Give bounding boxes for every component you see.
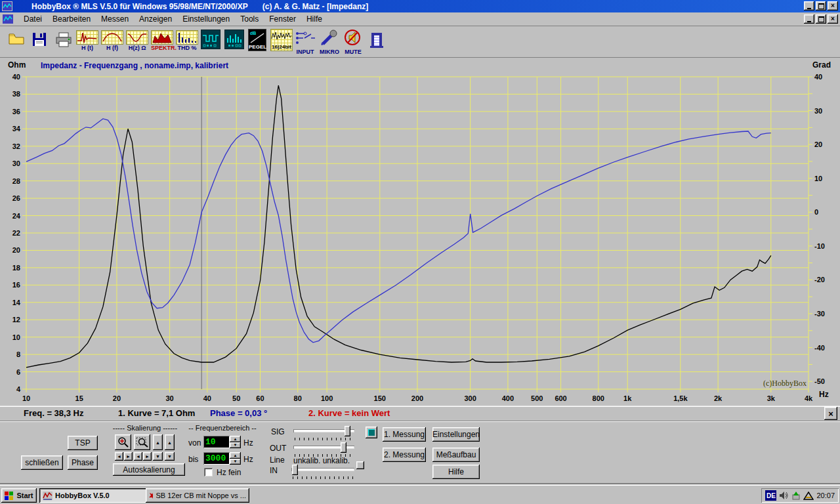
volume-icon[interactable] bbox=[779, 491, 789, 500]
child-minimize-button[interactable] bbox=[804, 14, 814, 24]
out-slider[interactable] bbox=[293, 442, 354, 457]
hilfe-button[interactable]: Hilfe bbox=[432, 465, 480, 479]
skalierung-group-label: ----- Skalierung ------ bbox=[105, 424, 185, 432]
von-spinner[interactable]: ▲ ▼ bbox=[230, 436, 241, 448]
line-in-aux-box[interactable] bbox=[356, 461, 364, 469]
svg-text:40: 40 bbox=[814, 73, 822, 81]
phase-button[interactable]: Phase bbox=[68, 455, 98, 470]
tsp-button[interactable]: TSP bbox=[68, 436, 98, 450]
task-hobbybox[interactable]: HobbyBox V.5.0 bbox=[39, 488, 147, 503]
scale-down-left-button[interactable]: ▼ bbox=[153, 452, 163, 461]
einstellungen-button[interactable]: Einstellungen bbox=[432, 427, 480, 442]
line-in-slider-thumb[interactable] bbox=[292, 465, 298, 475]
status-close-button[interactable]: × bbox=[824, 407, 837, 420]
svg-text:300: 300 bbox=[464, 394, 476, 402]
menu-tools[interactable]: Tools bbox=[235, 13, 264, 25]
sig-slider[interactable] bbox=[293, 426, 354, 440]
svg-text:0: 0 bbox=[814, 208, 818, 216]
svg-text:(c)HobbyBox: (c)HobbyBox bbox=[763, 379, 807, 388]
bit-depth-icon[interactable]: 16|24bit bbox=[270, 29, 293, 51]
svg-text:1k: 1k bbox=[623, 394, 632, 402]
svg-text:8: 8 bbox=[16, 350, 20, 358]
bis-spin-up[interactable]: ▲ bbox=[230, 452, 241, 459]
pan-right-1-button[interactable]: ► bbox=[124, 452, 133, 461]
menu-einstellungen[interactable]: Einstellungen bbox=[177, 13, 235, 25]
pan-left-1-button[interactable]: ◄ bbox=[115, 452, 123, 461]
scale-down-right-button[interactable]: ▼ bbox=[165, 452, 175, 461]
save-icon[interactable] bbox=[32, 32, 47, 50]
window-title: HobbyBox ® MLS V.5.0 für Windows 95/98/M… bbox=[32, 2, 248, 11]
title-bar: HobbyBox ® MLS V.5.0 für Windows 95/98/M… bbox=[0, 0, 840, 12]
hobbybox-app-window: { "window": { "title_left": "HobbyBox ® … bbox=[0, 0, 840, 504]
toolbar-h-t-icon[interactable]: H (t) bbox=[76, 30, 98, 51]
scale-up-right-button[interactable]: ▲ bbox=[165, 434, 175, 450]
svg-text:-40: -40 bbox=[814, 344, 825, 352]
hz-fein-checkbox[interactable] bbox=[204, 468, 213, 476]
mikro-icon[interactable]: MIKRO bbox=[319, 29, 340, 55]
windows-logo-icon bbox=[5, 492, 14, 500]
svg-text:800: 800 bbox=[593, 394, 604, 402]
zoom-select-button[interactable] bbox=[134, 434, 150, 450]
impedance-phase-chart[interactable]: 4681012141618202224262830323436384040302… bbox=[0, 58, 840, 406]
led-indicator[interactable] bbox=[366, 427, 377, 438]
mdi-child-icon[interactable] bbox=[3, 14, 13, 24]
pegel-icon[interactable]: dB PEGEL bbox=[248, 29, 266, 51]
pan-left-2-button[interactable]: ◄ bbox=[134, 452, 142, 461]
bis-spin-down[interactable]: ▼ bbox=[230, 459, 241, 465]
menu-anzeigen[interactable]: Anzeigen bbox=[134, 13, 177, 25]
svg-text:12: 12 bbox=[12, 316, 20, 324]
mute-icon[interactable]: MUTE bbox=[343, 29, 364, 55]
spectrum-analyzer-icon[interactable] bbox=[224, 30, 244, 49]
oscilloscope-icon[interactable] bbox=[201, 30, 220, 49]
messung1-button[interactable]: 1. Messung bbox=[383, 427, 426, 442]
open-file-icon[interactable] bbox=[8, 32, 25, 49]
update-tray-icon[interactable] bbox=[791, 491, 801, 500]
menu-fenster[interactable]: Fenster bbox=[264, 13, 301, 25]
task-sb12er[interactable]: SB 12er CB mit Noppe vs ... bbox=[146, 488, 249, 503]
svg-text:28: 28 bbox=[12, 177, 20, 185]
print-icon[interactable] bbox=[55, 32, 72, 50]
start-button[interactable]: Start bbox=[1, 488, 37, 503]
hobbybox-task-icon bbox=[43, 492, 52, 500]
child-close-button[interactable]: × bbox=[828, 14, 838, 24]
toolbar-h-z-icon[interactable]: H(z) Ω bbox=[126, 30, 148, 51]
child-restore-button[interactable] bbox=[816, 14, 826, 24]
autoskalierung-button[interactable]: Autoskalierung bbox=[113, 463, 185, 476]
bis-spinner[interactable]: ▲ ▼ bbox=[230, 452, 241, 465]
messaufbau-button[interactable]: Meßaufbau bbox=[432, 448, 480, 462]
menu-messen[interactable]: Messen bbox=[96, 13, 134, 25]
svg-text:-50: -50 bbox=[814, 377, 825, 385]
menu-datei[interactable]: Datei bbox=[18, 13, 47, 25]
menu-bearbeiten[interactable]: Bearbeiten bbox=[47, 13, 96, 25]
input-icon[interactable]: INPUT bbox=[294, 30, 316, 55]
app-icon[interactable] bbox=[2, 1, 12, 11]
exit-icon[interactable] bbox=[369, 30, 385, 52]
svg-text:3k: 3k bbox=[767, 394, 776, 402]
von-spin-down[interactable]: ▼ bbox=[230, 442, 241, 449]
line-in-slider[interactable] bbox=[291, 465, 354, 479]
minimize-button[interactable] bbox=[804, 1, 814, 10]
sig-slider-thumb[interactable] bbox=[345, 426, 350, 436]
svg-text:50: 50 bbox=[232, 394, 240, 402]
von-field[interactable]: 10 bbox=[203, 436, 230, 448]
schliessen-button[interactable]: schließen bbox=[21, 455, 63, 470]
svg-text:40: 40 bbox=[12, 73, 20, 81]
toolbar-spektr-icon[interactable]: SPEKTR. bbox=[151, 30, 177, 51]
bis-field[interactable]: 3000 bbox=[203, 452, 230, 465]
close-button[interactable]: × bbox=[828, 1, 838, 10]
restore-button[interactable] bbox=[816, 1, 826, 10]
pan-right-2-button[interactable]: ► bbox=[143, 452, 152, 461]
antivirus-tray-icon[interactable] bbox=[803, 492, 814, 500]
svg-text:6: 6 bbox=[16, 368, 20, 376]
zoom-in-button[interactable] bbox=[115, 434, 131, 450]
out-slider-thumb[interactable] bbox=[341, 442, 346, 453]
scale-up-left-button[interactable]: ▲ bbox=[153, 434, 163, 450]
keyboard-layout-indicator[interactable]: DE bbox=[765, 490, 776, 501]
von-spin-up[interactable]: ▲ bbox=[230, 436, 241, 442]
line-label: Line bbox=[270, 455, 285, 465]
toolbar-h-f-icon[interactable]: H (f) bbox=[101, 30, 123, 51]
toolbar-thd-icon[interactable]: THD % bbox=[176, 30, 198, 51]
menu-hilfe[interactable]: Hilfe bbox=[301, 13, 327, 25]
svg-text:20: 20 bbox=[113, 394, 121, 402]
messung2-button[interactable]: 2. Messung bbox=[383, 448, 426, 462]
